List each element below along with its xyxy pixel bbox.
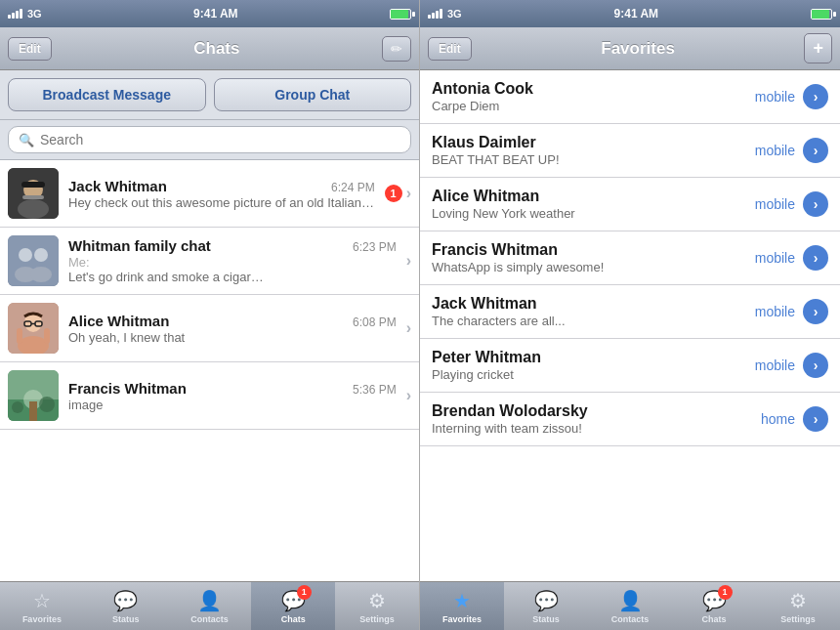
table-row[interactable]: Jack Whitman 6:24 PM Hey check out this … xyxy=(0,160,419,228)
fav-chevron-icon[interactable]: › xyxy=(803,353,828,378)
table-row[interactable]: Francis Whitman 5:36 PM image › xyxy=(0,362,419,430)
unread-badge: 1 xyxy=(385,185,402,202)
fav-name: Alice Whitman xyxy=(432,188,755,205)
svg-point-22 xyxy=(39,397,55,412)
fav-type: mobile xyxy=(755,89,795,105)
tab-chats-right[interactable]: 💬 1 Chats xyxy=(672,582,756,630)
fav-type: mobile xyxy=(755,304,795,319)
chat-content: Alice Whitman 6:08 PM Oh yeah, I knew th… xyxy=(68,313,397,345)
tab-settings-right[interactable]: ⚙ Settings xyxy=(756,582,840,630)
tab-label: Settings xyxy=(780,614,816,624)
fav-status: The characters are all... xyxy=(432,314,755,328)
fav-chevron-icon[interactable]: › xyxy=(803,191,828,217)
fav-chevron-icon[interactable]: › xyxy=(803,84,828,109)
fav-right: mobile › xyxy=(755,84,828,109)
gear-icon: ⚙ xyxy=(789,589,807,612)
fav-chevron-icon[interactable]: › xyxy=(803,406,828,432)
chat-icon: 💬 1 xyxy=(702,589,727,612)
chat-preview: Hey check out this awesome picture of an… xyxy=(68,195,375,210)
tab-label: Favorites xyxy=(442,614,482,624)
list-item[interactable]: Klaus Daimler BEAT THAT BEAT UP! mobile … xyxy=(420,124,840,178)
group-chat-button[interactable]: Group Chat xyxy=(214,78,412,111)
gear-icon: ⚙ xyxy=(368,589,386,612)
fav-chevron-icon[interactable]: › xyxy=(803,299,828,324)
fav-name: Brendan Wolodarsky xyxy=(432,402,761,420)
fav-content: Brendan Wolodarsky Interning with team z… xyxy=(432,402,761,436)
chat-list: Jack Whitman 6:24 PM Hey check out this … xyxy=(0,160,419,581)
star-icon: ☆ xyxy=(33,589,51,612)
chat-bubble-icon: 💬 xyxy=(113,589,138,612)
tab-status-right[interactable]: 💬 Status xyxy=(504,582,588,630)
left-carrier: 3G xyxy=(27,8,42,20)
fav-content: Jack Whitman The characters are all... xyxy=(432,295,755,328)
fav-status: Loving New York weather xyxy=(432,206,755,221)
tab-label: Status xyxy=(532,614,560,624)
tab-label: Favorites xyxy=(22,614,62,624)
chat-active-icon: 💬 1 xyxy=(281,589,306,612)
fav-type: mobile xyxy=(755,357,795,373)
chevron-right-icon: › xyxy=(406,319,411,337)
avatar xyxy=(8,303,59,354)
chats-badge: 1 xyxy=(297,585,312,600)
list-item[interactable]: Peter Whitman Playing cricket mobile › xyxy=(420,339,840,393)
list-item[interactable]: Francis Whitman WhatsApp is simply aweso… xyxy=(420,231,840,285)
svg-rect-4 xyxy=(22,195,44,199)
fav-content: Klaus Daimler BEAT THAT BEAT UP! xyxy=(432,134,755,167)
svg-rect-17 xyxy=(44,328,50,344)
tab-contacts-right[interactable]: 👤 Contacts xyxy=(588,582,672,630)
list-item[interactable]: Brendan Wolodarsky Interning with team z… xyxy=(420,393,840,446)
table-row[interactable]: Whitman family chat 6:23 PM Me: Let's go… xyxy=(0,228,419,295)
right-nav-bar: Edit Favorites + xyxy=(420,27,840,70)
fav-chevron-icon[interactable]: › xyxy=(803,245,828,271)
left-compose-button[interactable]: ✏ xyxy=(382,36,411,62)
right-time: 9:41 AM xyxy=(614,7,659,21)
fav-chevron-icon[interactable]: › xyxy=(803,138,828,163)
fav-right: mobile › xyxy=(755,299,828,324)
tab-chats-left[interactable]: 💬 1 Chats xyxy=(251,582,335,630)
list-item[interactable]: Jack Whitman The characters are all... m… xyxy=(420,285,840,339)
chat-name: Jack Whitman xyxy=(68,178,167,194)
search-input[interactable] xyxy=(40,132,400,147)
chat-bubble-icon: 💬 xyxy=(534,589,559,612)
search-icon: 🔍 xyxy=(19,133,34,147)
chat-content: Whitman family chat 6:23 PM Me: Let's go… xyxy=(68,237,397,284)
search-bar: 🔍 xyxy=(0,120,419,160)
star-active-icon: ★ xyxy=(453,589,471,612)
fav-content: Peter Whitman Playing cricket xyxy=(432,349,755,382)
fav-type: home xyxy=(761,411,795,427)
left-battery xyxy=(390,9,411,20)
chat-right: 1 › xyxy=(385,185,411,202)
tab-favorites-left[interactable]: ☆ Favorites xyxy=(0,582,84,630)
tab-favorites-right[interactable]: ★ Favorites xyxy=(420,582,504,630)
tab-label: Contacts xyxy=(190,614,229,624)
right-battery xyxy=(811,9,832,20)
left-edit-button[interactable]: Edit xyxy=(8,37,52,61)
svg-point-7 xyxy=(34,248,48,262)
fav-type: mobile xyxy=(755,250,795,266)
avatar xyxy=(8,168,59,219)
broadcast-message-button[interactable]: Broadcast Message xyxy=(8,78,206,111)
person-icon: 👤 xyxy=(197,589,222,612)
fav-right: mobile › xyxy=(755,245,828,271)
tab-label: Status xyxy=(112,614,140,624)
left-nav-bar: Edit Chats ✏ xyxy=(0,27,419,70)
fav-right: home › xyxy=(761,406,828,432)
fav-status: Playing cricket xyxy=(432,367,755,382)
fav-right: mobile › xyxy=(755,191,828,217)
tab-contacts-left[interactable]: 👤 Contacts xyxy=(168,582,252,630)
list-item[interactable]: Alice Whitman Loving New York weather mo… xyxy=(420,178,840,231)
tab-settings-left[interactable]: ⚙ Settings xyxy=(335,582,419,630)
chats-badge-right: 1 xyxy=(718,585,733,600)
right-add-button[interactable]: + xyxy=(804,33,832,63)
list-item[interactable]: Antonia Cook Carpe Diem mobile › xyxy=(420,70,840,124)
table-row[interactable]: Alice Whitman 6:08 PM Oh yeah, I knew th… xyxy=(0,295,419,362)
tab-status-left[interactable]: 💬 Status xyxy=(84,582,168,630)
favorites-list: Antonia Cook Carpe Diem mobile › Klaus D… xyxy=(420,70,840,581)
svg-point-21 xyxy=(12,401,23,413)
tab-label: Chats xyxy=(701,614,726,624)
chat-right: › xyxy=(406,387,411,404)
right-edit-button[interactable]: Edit xyxy=(428,37,472,61)
left-panel: 3G 9:41 AM Edit Chats ✏ Broadcast Messag… xyxy=(0,0,420,630)
svg-rect-16 xyxy=(17,328,22,344)
fav-status: Carpe Diem xyxy=(432,99,755,113)
